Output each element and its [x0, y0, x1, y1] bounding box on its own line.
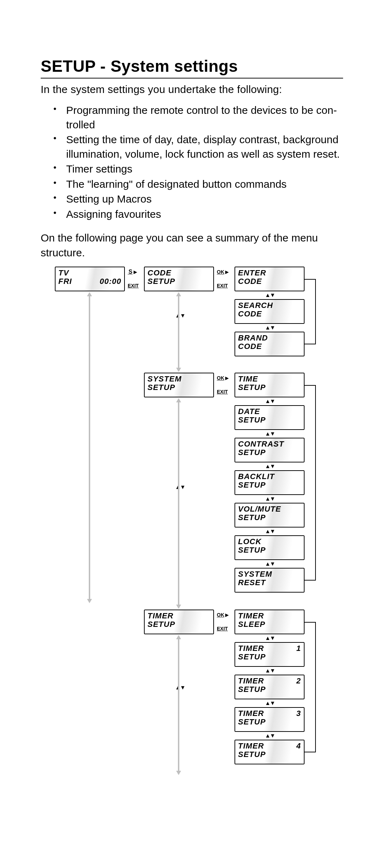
- updown-icon: ▲▼: [265, 463, 275, 470]
- list-item: Programming the remote control to the de…: [53, 103, 343, 132]
- title-rule: [41, 78, 343, 78]
- page-title: SETUP - System settings: [41, 57, 343, 76]
- lcd-system-setup: SYSTEM SETUP: [144, 373, 214, 397]
- bullet-list: Programming the remote control to the de…: [53, 103, 343, 221]
- list-item: Setting up Macros: [53, 192, 343, 206]
- grey-arrow: [178, 296, 179, 368]
- updown-icon: ▲▼: [265, 398, 275, 404]
- updown-icon: ▲▼: [265, 528, 275, 535]
- ok-label: OK▸: [217, 269, 228, 275]
- ok-label: OK▸: [217, 375, 228, 381]
- following-text: On the following page you can see a summ…: [41, 231, 343, 260]
- lcd-timer-sleep: TIMER SLEEP: [235, 610, 305, 634]
- exit-label: EXIT: [217, 283, 228, 289]
- list-item: Setting the time of day, date, display c…: [53, 133, 343, 161]
- updown-icon: ▲▼: [265, 431, 275, 437]
- lcd-lock-setup: LOCK SETUP: [235, 535, 305, 560]
- intro-text: In the system settings you undertake the…: [41, 83, 343, 95]
- updown-icon: ▲▼: [175, 685, 185, 691]
- lcd-system-reset: SYSTEM RESET: [235, 568, 305, 593]
- updown-icon: ▲▼: [265, 325, 275, 331]
- list-item: Assigning favourites: [53, 207, 343, 222]
- lcd-timer-4: TIMER4 SETUP: [235, 740, 305, 764]
- lcd-brand-code: BRAND CODE: [235, 332, 305, 356]
- lcd-volmute-setup: VOL/MUTE SETUP: [235, 503, 305, 528]
- updown-icon: ▲▼: [265, 496, 275, 502]
- list-item: The "learning" of designated button comm…: [53, 177, 343, 192]
- menu-structure-diagram: TV FRI00:00 S ▸ EXIT CODE SETUP OK▸ EXIT…: [55, 267, 345, 868]
- updown-icon: ▲▼: [265, 292, 275, 298]
- lcd-search-code: SEARCH CODE: [235, 299, 305, 324]
- lcd-timer-setup: TIMER SETUP: [144, 610, 214, 634]
- grey-arrow: [178, 402, 179, 605]
- exit-label: EXIT: [217, 389, 228, 395]
- lcd-enter-code: ENTER CODE: [235, 267, 305, 291]
- ok-label: OK▸: [217, 612, 228, 618]
- lcd-time-setup: TIME SETUP: [235, 373, 305, 397]
- lcd-backlit-setup: BACKLIT SETUP: [235, 470, 305, 495]
- exit-label: EXIT: [128, 283, 139, 289]
- grey-arrow: [178, 639, 179, 771]
- lcd-timer-2: TIMER2 SETUP: [235, 675, 305, 699]
- lcd-timer-3: TIMER3 SETUP: [235, 707, 305, 732]
- updown-icon: ▲▼: [265, 733, 275, 739]
- updown-icon: ▲▼: [265, 668, 275, 674]
- s-arrow-label: S ▸: [128, 269, 137, 275]
- updown-icon: ▲▼: [265, 635, 275, 641]
- updown-icon: ▲▼: [265, 700, 275, 706]
- updown-icon: ▲▼: [175, 313, 185, 319]
- updown-icon: ▲▼: [175, 484, 185, 490]
- lcd-code-setup: CODE SETUP: [144, 267, 214, 291]
- lcd-timer-1: TIMER1 SETUP: [235, 642, 305, 667]
- lcd-contrast-setup: CONTRAST SETUP: [235, 438, 305, 462]
- lcd-home: TV FRI00:00: [55, 267, 125, 291]
- list-item: Timer settings: [53, 162, 343, 176]
- grey-arrow: [89, 296, 90, 600]
- exit-label: EXIT: [217, 626, 228, 631]
- updown-icon: ▲▼: [265, 561, 275, 567]
- lcd-date-setup: DATE SETUP: [235, 405, 305, 430]
